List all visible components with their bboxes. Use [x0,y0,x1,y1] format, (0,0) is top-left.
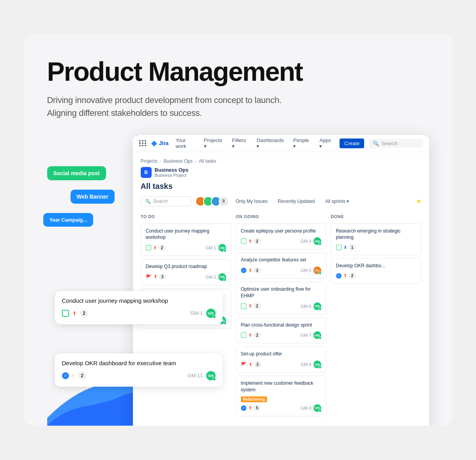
task-card-1: Conduct user journey mapping workshop ⬆ … [55,291,223,324]
web-banner-label: Web Banner [71,190,115,204]
card-avatar: GM [313,361,321,368]
all-sprints-btn[interactable]: All sprints ▾ [322,197,352,206]
task-card-1-title: Conduct user journey mapping workshop [62,297,216,304]
task-id-2: GM-11 [188,373,203,378]
ongoing-column: ON GOING Create epilepsy user persona pr… [236,213,326,419]
filter-search[interactable]: 🔍 Search [141,196,191,206]
campaign-label: Year Campaig... [43,213,94,227]
card-count: 3 [159,274,166,281]
kanban-card[interactable]: Plan cross-functional design sprint ⬆ 2 … [236,318,326,344]
hero-section: Product Management Driving innovative pr… [47,58,429,119]
project-info: Business Ops Business Project [155,167,189,178]
recently-updated-btn[interactable]: Recently Updated [275,197,318,206]
task-count-2: 2 [78,371,87,380]
refactoring-tag: Refactoring [241,396,267,402]
waffle-icon[interactable] [139,140,147,146]
jira-navbar: ◆ Jira Your work Projects ▾ Filters ▾ Da… [133,135,429,152]
card-icon-sq [336,245,342,250]
breadcrumb-projects[interactable]: Projects [141,158,157,164]
card-id: GM-1 [205,245,216,250]
task-icon-square [62,310,69,317]
card-title: Develop OKR dashbo... [336,263,416,269]
card-count: 3 [254,361,261,368]
card-icon-check: ✓ [336,273,342,279]
done-header: DONE [331,213,421,220]
priority-up-icon-2: ↑ [72,373,75,379]
card-title: Optimize user onboarding flow for EHMP [241,286,321,299]
card-avatar: GM [313,404,321,412]
card-meta: ✓ ⬆ 2 [336,272,416,279]
task-card-1-meta: ⬆ 2 GM-1 GM [62,309,216,318]
search-icon: 🔍 [373,140,379,146]
jira-page-title: All tasks [141,182,421,191]
task-card-2-title: Develop OKR dashboard for executive team [62,360,216,366]
project-icon: B [141,167,152,178]
card-meta: 🚩 ⬆ 3 GM-8 GM [241,361,321,368]
create-button[interactable]: Create [340,139,364,148]
nav-people[interactable]: People ▾ [291,136,312,151]
card-id: GM-7 [301,333,311,337]
card-title: Create epilepsy user persona profile [241,228,321,234]
card-count: 3 [254,267,261,274]
nav-your-work[interactable]: Your work [173,136,196,151]
filter-search-placeholder: Search [153,199,168,204]
card-meta: ✓ ⬆ 3 GM-5 PG [241,266,321,274]
search-box[interactable]: 🔍 Search [369,139,423,148]
card-avatar: GM [313,302,321,310]
breadcrumb-business-ops[interactable]: Business Ops [164,158,193,164]
nav-dashboards[interactable]: Dashboards ▾ [254,136,286,151]
card-id: GM-8 [301,362,311,367]
card-icon-check: ✓ [241,268,246,273]
hero-title: Product Management [47,58,340,85]
only-my-issues-btn[interactable]: Only My Issues [233,197,271,206]
project-name: Business Ops [155,167,189,173]
card-icon-check: ✓ [241,405,246,411]
task-id: GM-1 [190,310,203,316]
kanban-card[interactable]: Set-up product offer 🚩 ⬆ 3 GM-8 GM [236,346,326,373]
card-avatar: PG [313,266,321,274]
flag-icon: 🚩 [241,362,247,367]
card-id: GM-4 [301,239,311,243]
priority-icon: ⬆ [154,274,157,279]
breadcrumb-sep-2: › [195,158,196,164]
nav-apps[interactable]: Apps ▾ [317,136,335,151]
nav-filters[interactable]: Filters ▾ [230,136,250,151]
card-id: GM-5 [301,268,311,273]
ongoing-header: ON GOING [236,213,326,220]
task-count: 2 [80,309,88,318]
filter-bar: 🔍 Search 9 Only My Issues Recently Updat… [141,196,421,206]
star-button[interactable]: ★ [416,197,421,205]
jira-logo: ◆ Jira [151,139,169,147]
card-icon-sq [146,245,151,250]
card-meta: ⬆ 2 GM-4 GM [241,237,321,245]
kanban-card[interactable]: Research emerging in strategic planning … [331,224,421,256]
kanban-card[interactable]: Develop Q3 product roadmap 🚩 ⬆ 3 GM-2 GM [141,259,231,285]
card-avatar: GM [218,273,226,281]
page-wrapper: Product Management Driving innovative pr… [24,34,453,426]
task-avatar: GM [206,309,216,318]
nav-projects[interactable]: Projects ▾ [202,136,225,151]
kanban-card[interactable]: Implement new customer feedback system R… [236,376,326,416]
priority-icon: ⬆ [248,333,252,338]
priority-down-icon: ⬇ [343,245,347,250]
content-area: Social media post Web Banner Year Campai… [47,135,429,426]
card-title: Develop Q3 product roadmap [146,263,226,270]
priority-up-icon: ⬆ [72,310,77,316]
kanban-card[interactable]: Develop OKR dashbo... ✓ ⬆ 2 [331,258,421,284]
priority-icon: ⬆ [248,304,252,309]
card-avatar: GM [218,244,226,252]
kanban-card[interactable]: Optimize user onboarding flow for EHMP ⬆… [236,282,326,314]
kanban-card[interactable]: Create epilepsy user persona profile ⬆ 2… [236,224,326,250]
kanban-card[interactable]: Conduct user journey mapping workshop ⬆ … [141,224,231,256]
kanban-card[interactable]: Analyze competitor features set ✓ ⬆ 3 GM… [236,252,326,279]
priority-icon: ⬆ [248,268,252,273]
jira-logo-icon: ◆ [151,139,157,147]
priority-icon: ⬆ [248,405,252,410]
priority-icon: ⬆ [249,362,252,367]
project-type: Business Project [155,173,189,178]
card-meta: 🚩 ⬆ 3 GM-2 GM [146,273,226,281]
card-count: 2 [159,244,166,251]
avatar-group: 9 [195,196,229,206]
priority-icon: ⬆ [248,239,252,244]
card-count: 5 [254,405,261,412]
